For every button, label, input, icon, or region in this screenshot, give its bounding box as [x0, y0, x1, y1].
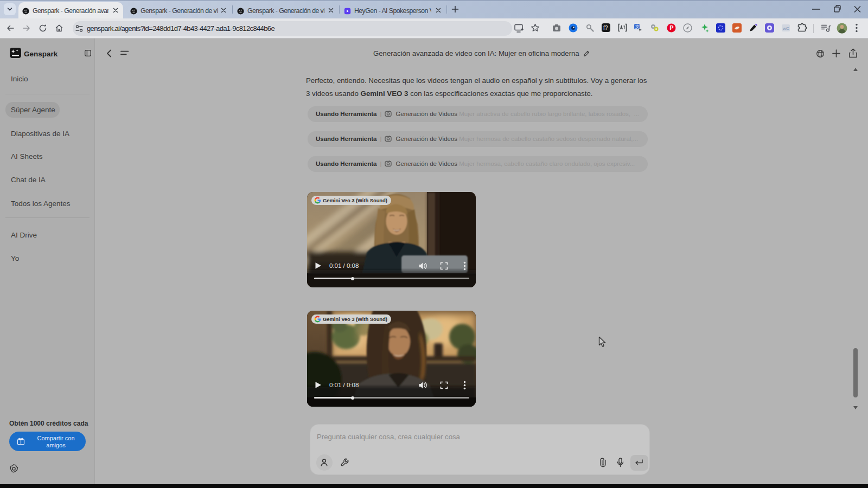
svg-text:f?: f? [603, 25, 608, 31]
svg-text:P: P [669, 24, 673, 31]
svg-text:wC: wC [782, 26, 789, 31]
